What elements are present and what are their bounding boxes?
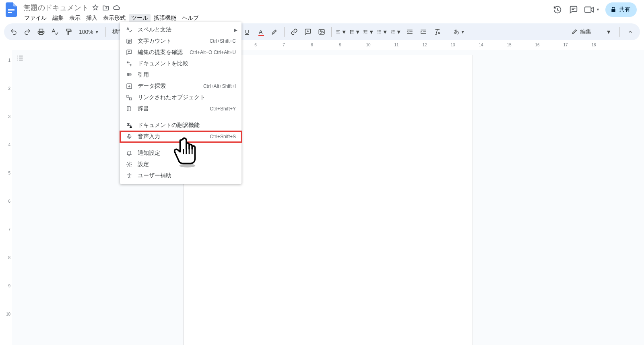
ruler-h-mark: 13 [439, 43, 467, 47]
comment-icon[interactable] [568, 4, 579, 15]
menuitem-linked-obj[interactable]: リンクされたオブジェクト [120, 92, 242, 103]
menuitem-label: 通知設定 [138, 150, 236, 157]
ruler-h-mark: 12 [411, 43, 439, 47]
move-folder-icon[interactable] [101, 2, 111, 13]
ruler-h-mark: 10 [354, 43, 382, 47]
citation-icon: 99 [126, 72, 133, 78]
add-comment-button[interactable] [302, 26, 314, 37]
insert-image-button[interactable] [316, 26, 327, 37]
menuitem-dictionary[interactable]: 辞書Ctrl+Shift+Y [120, 103, 242, 114]
menu-ツール[interactable]: ツール [129, 14, 151, 23]
ruler-v-mark: 4 [8, 143, 10, 147]
menu-ヘルプ[interactable]: ヘルプ [180, 14, 201, 23]
menuitem-translate[interactable]: ドキュメントの翻訳機能 [120, 120, 242, 131]
menuitem-word-count[interactable]: 文字カウントCtrl+Shift+C [120, 35, 242, 47]
ruler-h-mark: 14 [467, 43, 495, 47]
menuitem-label: 編集の提案を確認 [138, 49, 185, 56]
print-button[interactable] [35, 26, 47, 37]
svg-point-18 [128, 164, 130, 165]
bulleted-list-button[interactable]: ▼ [377, 26, 388, 37]
menuitem-shortcut: Ctrl+Shift+S [210, 134, 236, 139]
ruler-v-mark: 1 [8, 58, 10, 62]
underline-button[interactable]: U [242, 26, 253, 37]
ime-dropdown[interactable]: あ▼ [451, 26, 467, 37]
menuitem-voice[interactable]: 音声入力Ctrl+Shift+S [120, 131, 242, 142]
ruler-v-mark: 10 [6, 312, 10, 316]
ruler-h-mark: 9 [326, 43, 354, 47]
decrease-indent-button[interactable] [404, 26, 415, 37]
ruler-v-mark: 9 [8, 284, 10, 288]
svg-point-5 [320, 31, 321, 32]
svg-text:99: 99 [127, 72, 132, 77]
workspace: 12345678910 [0, 50, 644, 345]
ruler-v-mark: 8 [8, 256, 10, 260]
menuitem-shortcut: Ctrl+Shift+C [210, 38, 236, 44]
spellcheck-button[interactable] [49, 26, 60, 37]
title-area: 無題のドキュメント ファイル編集表示挿入表示形式ツール拡張機能ヘルプ [22, 2, 201, 23]
text-color-button[interactable]: A [255, 26, 266, 37]
highlight-button[interactable] [269, 26, 280, 37]
menu-表示[interactable]: 表示 [67, 14, 83, 23]
vertical-ruler: 12345678910 [0, 50, 12, 345]
menu-拡張機能[interactable]: 拡張機能 [151, 14, 179, 23]
menuitem-label: ドキュメントの翻訳機能 [138, 122, 236, 129]
ruler-h-mark: 11 [382, 43, 411, 47]
svg-rect-0 [8, 9, 14, 10]
ruler-h-mark: 16 [523, 43, 551, 47]
pencil-icon [571, 29, 578, 35]
menubar: ファイル編集表示挿入表示形式ツール拡張機能ヘルプ [22, 14, 201, 23]
zoom-dropdown[interactable]: 100%▼ [76, 26, 101, 37]
menuitem-spellcheck[interactable]: スペルと文法▶ [120, 24, 242, 35]
doc-title[interactable]: 無題のドキュメント [22, 3, 90, 12]
menuitem-explore[interactable]: データ探索Ctrl+Alt+Shift+I [120, 81, 242, 92]
meet-icon[interactable]: ▼ [584, 4, 600, 15]
history-icon[interactable] [552, 4, 563, 15]
undo-button[interactable] [8, 26, 19, 37]
menuitem-settings[interactable]: 設定 [120, 159, 242, 170]
ruler-v-mark: 2 [8, 86, 10, 91]
menu-表示形式[interactable]: 表示形式 [101, 14, 128, 23]
edit-mode-button[interactable]: 編集 ▼ [568, 26, 615, 38]
dictionary-icon [126, 106, 133, 112]
zoom-value: 100% [79, 29, 93, 35]
menuitem-label: ユーザー補助 [138, 172, 236, 179]
collapse-toolbar-button[interactable] [625, 26, 636, 37]
share-button[interactable]: 共有 [605, 2, 637, 17]
toolbar-wrap: 100%▼ 標準テキ U A ▼ ▼ ▼ ▼ 123▼ あ▼ 編集 ▼ [0, 21, 644, 43]
ruler-h-mark: 8 [298, 43, 326, 47]
align-button[interactable]: ▼ [336, 26, 347, 37]
menu-編集[interactable]: 編集 [50, 14, 66, 23]
compare-icon [126, 60, 133, 67]
cloud-status-icon[interactable] [111, 2, 122, 13]
svg-rect-1 [8, 10, 14, 11]
header: 無題のドキュメント ファイル編集表示挿入表示形式ツール拡張機能ヘルプ ▼ 共有 [0, 0, 644, 21]
menuitem-suggest-review[interactable]: 編集の提案を確認Ctrl+Alt+O Ctrl+Alt+U [120, 47, 242, 58]
settings-icon [126, 161, 133, 168]
menuitem-compare[interactable]: ドキュメントを比較 [120, 58, 242, 69]
numbered-list-button[interactable]: 123▼ [390, 26, 402, 37]
menuitem-citation[interactable]: 99引用 [120, 69, 242, 81]
suggest-review-icon [126, 49, 133, 56]
link-button[interactable] [289, 26, 300, 37]
menuitem-a11y[interactable]: ユーザー補助 [120, 170, 242, 181]
svg-point-8 [377, 33, 378, 33]
docs-logo-icon[interactable] [4, 2, 19, 17]
lock-icon [610, 6, 617, 13]
star-icon[interactable] [90, 2, 101, 13]
outline-toggle-button[interactable] [14, 52, 26, 64]
clear-format-button[interactable] [431, 26, 443, 37]
increase-indent-button[interactable] [418, 26, 429, 37]
page-area [12, 50, 644, 345]
checklist-button[interactable]: ▼ [363, 26, 374, 37]
redo-button[interactable] [22, 26, 33, 37]
voice-icon [126, 133, 133, 140]
paint-format-button[interactable] [63, 26, 74, 37]
menuitem-shortcut: Ctrl+Shift+Y [210, 106, 236, 112]
svg-rect-2 [8, 12, 12, 13]
menu-ファイル[interactable]: ファイル [22, 14, 49, 23]
line-spacing-button[interactable]: ▼ [349, 26, 361, 37]
menu-挿入[interactable]: 挿入 [84, 14, 100, 23]
ruler-h-mark: 6 [242, 43, 270, 47]
menuitem-bell[interactable]: 通知設定 [120, 148, 242, 159]
share-label: 共有 [619, 6, 630, 13]
